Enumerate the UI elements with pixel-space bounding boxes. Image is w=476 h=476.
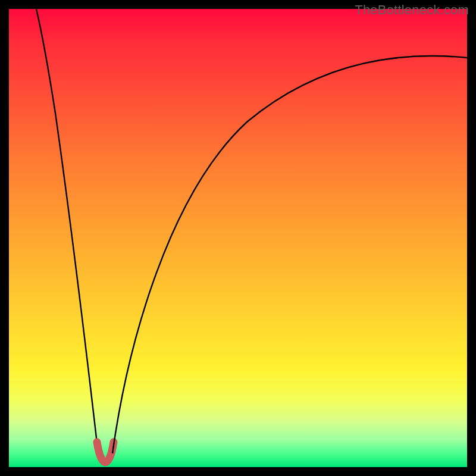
plot-area: [9, 9, 467, 467]
curve-right: [112, 56, 467, 453]
curve-left: [36, 9, 98, 453]
curve-layer: [9, 9, 467, 467]
watermark-text: TheBottleneck.com: [355, 2, 469, 18]
dip-marker: [97, 442, 114, 462]
chart-frame: TheBottleneck.com: [0, 0, 476, 476]
